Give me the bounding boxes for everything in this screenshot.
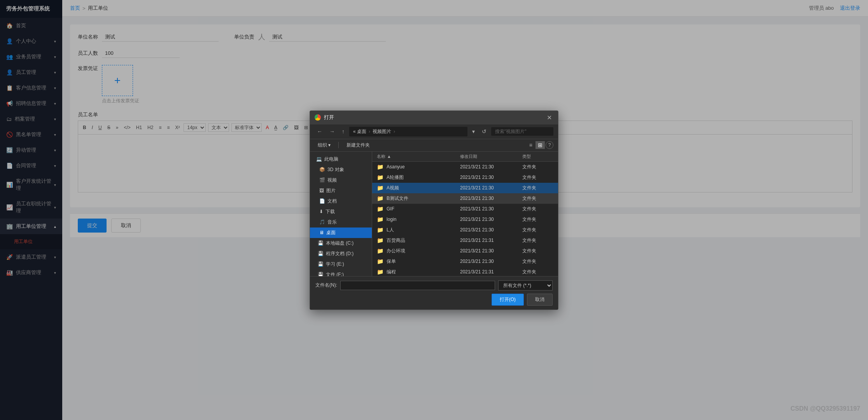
col-modified[interactable]: 修改日期 [460,154,522,159]
file-name-a-capture: 📁 A轮播图 [377,174,460,181]
file-type-person: 文件夹 [522,227,553,233]
col-name[interactable]: 名称 ▲ [377,154,460,159]
file-modified-coding: 2021/3/21 21:31 [460,269,522,275]
tree-label-video: 视频 [327,177,337,184]
file-name-asanyue: 📁 Asanyue [377,164,460,170]
folder-icon-b-test: 📁 [377,195,383,201]
folder-icon-insurance: 📁 [377,258,383,264]
open-btn[interactable]: 打开(O) [492,294,524,306]
tree-label-file-f: 文件 (F:) [326,271,344,276]
sort-asc-icon: ▲ [387,154,391,159]
folder-icon-asanyue: 📁 [377,164,383,170]
new-folder-btn[interactable]: 新建文件夹 [343,141,373,150]
file-type-a-video: 文件夹 [522,185,553,191]
help-btn[interactable]: ? [546,141,553,149]
tree-item-pc[interactable]: 💻 此电脑 [310,154,372,164]
tree-item-photo[interactable]: 🖼 图片 [310,186,372,196]
file-name-person: 📁 L人 [377,227,460,233]
file-list-header[interactable]: 名称 ▲ 修改日期 类型 [372,152,558,162]
path-bar[interactable]: « 桌面 › 视频图片 › [349,127,467,136]
toolbar-sep [338,142,339,148]
tree-item-doc[interactable]: 📄 文档 [310,196,372,206]
file-row-b-test[interactable]: 📁 B测试文件 2021/3/21 21:30 文件夹 [372,193,558,204]
dialog-title: 打开 [324,114,334,121]
file-modified-a-video: 2021/3/21 21:30 [460,185,522,191]
grid-view-btn[interactable]: ⊞ [536,141,545,149]
file-type-office: 文件夹 [522,248,553,254]
filetype-select[interactable]: 所有文件 (*.*) [498,280,553,290]
col-type[interactable]: 类型 [522,154,553,159]
filename-row: 文件名(N): 所有文件 (*.*) [315,280,553,290]
nav-back-btn[interactable]: ← [315,127,325,136]
file-type-goods: 文件夹 [522,237,553,244]
organize-label: 组织 [318,142,327,148]
file-label-asanyue: Asanyue [387,164,405,170]
cancel-file-btn[interactable]: 取消 [527,294,553,306]
tree-item-study-e[interactable]: 💾 学习 (E:) [310,259,372,270]
file-modified-office: 2021/3/21 21:30 [460,248,522,254]
file-label-goods: 百货商品 [387,237,405,244]
dialog-footer: 文件名(N): 所有文件 (*.*) 打开(O) 取消 [310,276,558,310]
nav-dropdown-btn[interactable]: ▾ [470,127,477,136]
disk-c-icon: 💾 [316,240,324,246]
dialog-close-btn[interactable]: ✕ [545,114,553,121]
video-icon: 🎬 [316,177,325,183]
file-label-b-test: B测试文件 [387,195,408,202]
tree-label-pc: 此电脑 [324,156,338,163]
file-row-office[interactable]: 📁 办公环境 2021/3/21 21:30 文件夹 [372,246,558,256]
file-list: 名称 ▲ 修改日期 类型 📁 Asanyue 2021/3/21 21:30 文… [372,152,558,276]
tree-item-download[interactable]: ⬇ 下载 [310,206,372,217]
file-row-insurance[interactable]: 📁 保单 2021/3/21 21:30 文件夹 [372,256,558,267]
file-type-coding: 文件夹 [522,269,553,275]
file-type-a-capture: 文件夹 [522,174,553,181]
tree-label-photo: 图片 [326,187,336,194]
folder-icon-gif: 📁 [377,206,383,212]
folder-icon-office: 📁 [377,248,383,254]
tree-label-doc: 文档 [327,198,337,205]
tree-item-local-c[interactable]: 💾 本地磁盘 (C:) [310,238,372,248]
view-btns: ≡ ⊞ ? [527,141,553,149]
tree-label-study-e: 学习 (E:) [326,261,344,268]
filename-label: 文件名(N): [315,282,337,289]
new-folder-label: 新建文件夹 [346,142,370,148]
tree-label-music: 音乐 [327,219,337,226]
organize-btn[interactable]: 组织 ▾ [315,141,334,150]
file-row-person[interactable]: 📁 L人 2021/3/21 21:30 文件夹 [372,225,558,235]
file-row-goods[interactable]: 📁 百货商品 2021/3/21 21:31 文件夹 [372,235,558,246]
file-label-person: L人 [387,227,394,233]
file-name-coding: 📁 编程 [377,269,460,275]
file-row-a-video[interactable]: 📁 A视频 2021/3/21 21:30 文件夹 [372,183,558,193]
tree-item-video[interactable]: 🎬 视频 [310,175,372,186]
file-row-login[interactable]: 📁 login 2021/3/21 21:30 文件夹 [372,214,558,225]
download-icon: ⬇ [316,209,323,214]
file-row-gif[interactable]: 📁 GIF 2021/3/21 21:30 文件夹 [372,204,558,214]
tree-item-desktop[interactable]: 🖥 桌面 [310,228,372,238]
tree-item-prog-d[interactable]: 💾 程序文档 (D:) [310,248,372,259]
disk-f-icon: 💾 [316,272,324,276]
dialog-nav: ← → ↑ « 桌面 › 视频图片 › ▾ ↺ [310,124,558,139]
file-row-asanyue[interactable]: 📁 Asanyue 2021/3/21 21:30 文件夹 [372,162,558,172]
nav-refresh-btn[interactable]: ↺ [480,127,489,136]
filename-input[interactable] [340,281,495,290]
disk-d-icon: 💾 [316,251,324,256]
file-modified-b-test: 2021/3/21 21:30 [460,196,522,201]
dialog-body: 💻 此电脑 📦 3D 对象 🎬 视频 🖼 图片 📄 文档 [310,152,558,276]
nav-forward-btn[interactable]: → [327,127,337,136]
path-root: « 桌面 [353,128,366,135]
nav-up-btn[interactable]: ↑ [340,127,347,136]
tree-item-music[interactable]: 🎵 音乐 [310,217,372,228]
tree-label-3d: 3D 对象 [327,166,344,173]
photo-icon: 🖼 [316,188,324,193]
file-row-coding[interactable]: 📁 编程 2021/3/21 21:31 文件夹 [372,267,558,276]
list-view-btn[interactable]: ≡ [527,141,535,149]
tree-label-desktop: 桌面 [326,229,336,236]
search-input[interactable] [491,127,553,136]
dialog-actions: 打开(O) 取消 [315,294,553,306]
3d-icon: 📦 [316,167,325,172]
tree-item-file-f[interactable]: 💾 文件 (F:) [310,270,372,276]
dialog-toolbar: 组织 ▾ 新建文件夹 ≡ ⊞ ? [310,139,558,152]
tree-item-3d[interactable]: 📦 3D 对象 [310,164,372,175]
file-row-a-capture[interactable]: 📁 A轮播图 2021/3/21 21:30 文件夹 [372,172,558,183]
folder-icon-coding: 📁 [377,269,383,275]
pc-icon: 💻 [316,156,322,162]
